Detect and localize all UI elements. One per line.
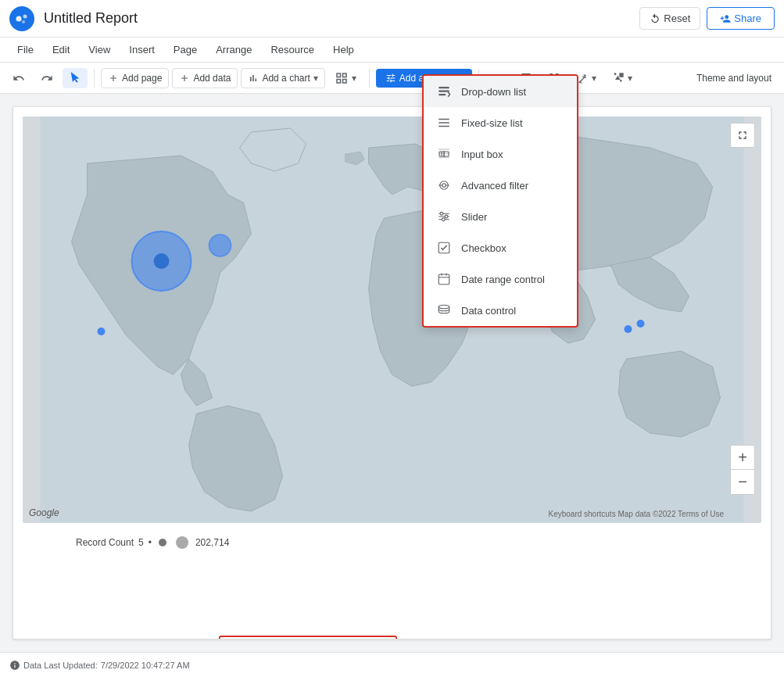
- map-watermark: Google: [29, 507, 59, 518]
- svg-point-7: [176, 536, 188, 549]
- info-icon: [9, 660, 20, 671]
- world-map-svg: [23, 116, 761, 523]
- record-count-legend: Record Count 5 • 202,714: [76, 534, 229, 551]
- svg-point-0: [16, 16, 22, 21]
- data-updated-datetime: 7/29/2022 10:47:27 AM: [101, 661, 190, 670]
- status-bar: Data Last Updated: 7/29/2022 10:47:27 AM: [0, 652, 784, 677]
- add-chart-button[interactable]: Add a chart ▾: [241, 68, 324, 88]
- theme-layout-button[interactable]: Theme and layout: [690, 69, 778, 88]
- main-canvas-area: + − Google Keyboard shortcuts Map data ©…: [0, 94, 784, 652]
- menu-item-dropdown-list[interactable]: Drop-down list: [424, 76, 577, 107]
- dot-india-1: [625, 325, 632, 333]
- svg-point-25: [442, 218, 445, 221]
- menu-item-fixed-size-list[interactable]: Fixed-size list: [424, 107, 577, 138]
- menu-view[interactable]: View: [81, 41, 118, 59]
- data-control-icon: [436, 303, 452, 318]
- menu-page[interactable]: Page: [166, 41, 205, 59]
- menu-item-data-control-label: Data control: [461, 305, 516, 317]
- separator-2: [369, 69, 370, 88]
- menu-item-slider-label: Slider: [461, 211, 487, 223]
- svg-rect-27: [439, 274, 449, 285]
- share-button[interactable]: Share: [707, 7, 775, 30]
- select-tool-button[interactable]: [63, 68, 88, 88]
- menu-item-advanced-filter-label: Advanced filter: [461, 180, 528, 192]
- menu-item-input-box[interactable]: Input box: [424, 138, 577, 170]
- add-chart-icon: [248, 73, 259, 84]
- record-count-label: Record Count: [76, 537, 134, 548]
- map-footer: Keyboard shortcuts Map data ©2022 Terms …: [548, 510, 724, 518]
- input-box-icon: [436, 146, 452, 162]
- menu-item-dropdown-list-label: Drop-down list: [461, 86, 526, 98]
- add-layout-button[interactable]: ▾: [328, 67, 363, 89]
- top-bar: Untitled Report Reset Share: [0, 0, 784, 38]
- record-count-dot1: •: [149, 537, 152, 548]
- advanced-filter-icon: [436, 177, 452, 193]
- data-updated-label: Data Last Updated:: [23, 661, 98, 670]
- zoom-controls: + −: [730, 445, 755, 495]
- layout-icon: [335, 71, 349, 85]
- fixed-size-list-icon: [436, 115, 452, 131]
- menu-help[interactable]: Help: [325, 41, 362, 59]
- bubble-us-west-center: [154, 253, 170, 269]
- dropdown-list-icon: [436, 84, 452, 99]
- svg-point-16: [442, 184, 446, 188]
- dot-india-2: [637, 320, 645, 328]
- svg-point-6: [159, 539, 166, 546]
- record-count-max: 202,714: [195, 537, 229, 548]
- separator: [94, 69, 95, 88]
- report-canvas: + − Google Keyboard shortcuts Map data ©…: [13, 106, 771, 639]
- checkbox-icon: [436, 240, 452, 256]
- add-page-button[interactable]: Add page: [101, 68, 169, 88]
- redo-button[interactable]: [34, 68, 59, 88]
- zoom-in-button[interactable]: +: [730, 445, 755, 470]
- svg-rect-10: [439, 94, 446, 95]
- date-range-control-icon: [436, 271, 452, 287]
- svg-point-2: [22, 20, 25, 23]
- menu-item-date-range-control[interactable]: Date range control: [424, 263, 577, 295]
- bubble-us-east: [209, 235, 231, 256]
- dot-pacific: [98, 328, 106, 335]
- menu-bar: File Edit View Insert Page Arrange Resou…: [0, 38, 784, 63]
- app-logo: [9, 6, 34, 31]
- reset-button[interactable]: Reset: [639, 7, 700, 30]
- undo-button[interactable]: [6, 68, 31, 88]
- svg-point-31: [439, 305, 449, 309]
- shape-icon: [612, 72, 625, 84]
- legend-circle-small: [156, 536, 169, 549]
- redo-icon: [41, 72, 53, 84]
- shape-button[interactable]: ▾: [606, 68, 639, 88]
- svg-point-1: [23, 14, 27, 18]
- top-right-actions: Reset Share: [639, 7, 775, 30]
- menu-file[interactable]: File: [9, 41, 41, 59]
- legend-circle-large: [174, 534, 191, 551]
- map-visualization: + − Google Keyboard shortcuts Map data ©…: [23, 116, 761, 523]
- menu-item-fixed-size-list-label: Fixed-size list: [461, 117, 523, 129]
- reset-icon: [650, 13, 660, 24]
- add-data-button[interactable]: Add data: [172, 68, 238, 88]
- add-control-icon: [385, 73, 396, 84]
- select-icon: [69, 72, 81, 84]
- menu-insert[interactable]: Insert: [121, 41, 163, 59]
- undo-icon: [13, 72, 25, 84]
- menu-item-slider[interactable]: Slider: [424, 201, 577, 232]
- fullscreen-icon: [736, 129, 749, 141]
- menu-item-advanced-filter[interactable]: Advanced filter: [424, 170, 577, 201]
- add-page-icon: [108, 73, 119, 84]
- menu-item-data-control[interactable]: Data control: [424, 295, 577, 326]
- menu-item-checkbox-label: Checkbox: [461, 242, 507, 254]
- slider-icon: [436, 209, 452, 224]
- zoom-out-button[interactable]: −: [730, 470, 755, 495]
- menu-arrange[interactable]: Arrange: [208, 41, 260, 59]
- menu-resource[interactable]: Resource: [263, 41, 322, 59]
- menu-edit[interactable]: Edit: [45, 41, 77, 59]
- add-data-icon: [179, 73, 190, 84]
- map-expand-button[interactable]: [730, 123, 755, 148]
- add-control-dropdown-menu: Drop-down list Fixed-size list Input box…: [422, 74, 578, 328]
- person-add-icon: [720, 13, 731, 24]
- menu-item-checkbox[interactable]: Checkbox: [424, 232, 577, 263]
- svg-point-23: [440, 212, 443, 215]
- vehicle-selection-border: [219, 636, 397, 639]
- menu-item-input-box-label: Input box: [461, 149, 503, 160]
- svg-point-24: [445, 215, 448, 218]
- report-title: Untitled Report: [44, 10, 633, 27]
